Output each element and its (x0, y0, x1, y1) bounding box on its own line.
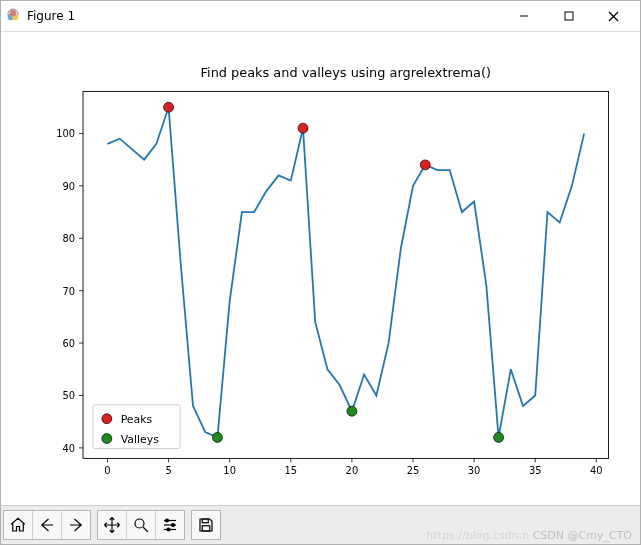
axes-box (83, 91, 609, 458)
svg-text:100: 100 (56, 128, 75, 139)
home-button[interactable] (4, 511, 33, 539)
svg-text:20: 20 (346, 465, 359, 476)
legend: PeaksValleys (93, 405, 180, 449)
svg-point-42 (102, 434, 112, 444)
watermark-faded: https://blog.csdn.n (426, 529, 529, 542)
matplotlib-toolbar: https://blog.csdn.n CSDN @Cmy_CTO (1, 505, 640, 544)
valley-marker (347, 406, 357, 416)
pan-button[interactable] (98, 511, 127, 539)
back-button[interactable] (33, 511, 62, 539)
peak-marker (164, 102, 174, 112)
svg-point-48 (166, 519, 169, 522)
peak-marker (420, 160, 430, 170)
svg-text:40: 40 (62, 443, 75, 454)
peak-marker (298, 123, 308, 133)
svg-text:25: 25 (407, 465, 420, 476)
svg-text:15: 15 (284, 465, 297, 476)
minimize-button[interactable] (501, 2, 546, 30)
svg-text:0: 0 (104, 465, 110, 476)
titlebar: Figure 1 (1, 1, 640, 32)
svg-point-49 (172, 524, 175, 527)
valley-marker (494, 432, 504, 442)
svg-rect-51 (202, 519, 208, 523)
save-button[interactable] (192, 511, 220, 539)
svg-text:10: 10 (223, 465, 236, 476)
svg-point-50 (167, 528, 170, 531)
maximize-button[interactable] (546, 2, 591, 30)
figure-canvas: Find peaks and valleys using argrelextre… (1, 32, 640, 505)
svg-text:5: 5 (165, 465, 171, 476)
close-button[interactable] (591, 2, 636, 30)
svg-text:30: 30 (468, 465, 481, 476)
svg-text:35: 35 (529, 465, 542, 476)
watermark: https://blog.csdn.n CSDN @Cmy_CTO (426, 529, 632, 542)
svg-point-43 (135, 519, 144, 528)
configure-subplots-button[interactable] (156, 511, 184, 539)
watermark-text: CSDN @Cmy_CTO (533, 529, 632, 542)
app-icon (5, 8, 21, 24)
svg-text:40: 40 (590, 465, 603, 476)
window-title: Figure 1 (27, 9, 75, 23)
figure-window: Figure 1 Find peaks and valleys using ar… (0, 0, 641, 545)
svg-rect-5 (565, 12, 573, 20)
legend-label: Valleys (121, 433, 159, 446)
svg-text:70: 70 (62, 286, 75, 297)
forward-button[interactable] (62, 511, 90, 539)
data-line (107, 107, 584, 437)
zoom-button[interactable] (127, 511, 156, 539)
svg-text:50: 50 (62, 390, 75, 401)
svg-rect-52 (202, 526, 210, 531)
svg-line-44 (143, 527, 148, 532)
chart-svg: Find peaks and valleys using argrelextre… (1, 32, 640, 505)
svg-text:90: 90 (62, 181, 75, 192)
valley-marker (212, 432, 222, 442)
legend-label: Peaks (121, 413, 153, 426)
svg-point-41 (102, 414, 112, 424)
chart-title: Find peaks and valleys using argrelextre… (201, 65, 491, 80)
svg-text:60: 60 (62, 338, 75, 349)
svg-text:80: 80 (62, 233, 75, 244)
svg-point-3 (10, 10, 17, 17)
